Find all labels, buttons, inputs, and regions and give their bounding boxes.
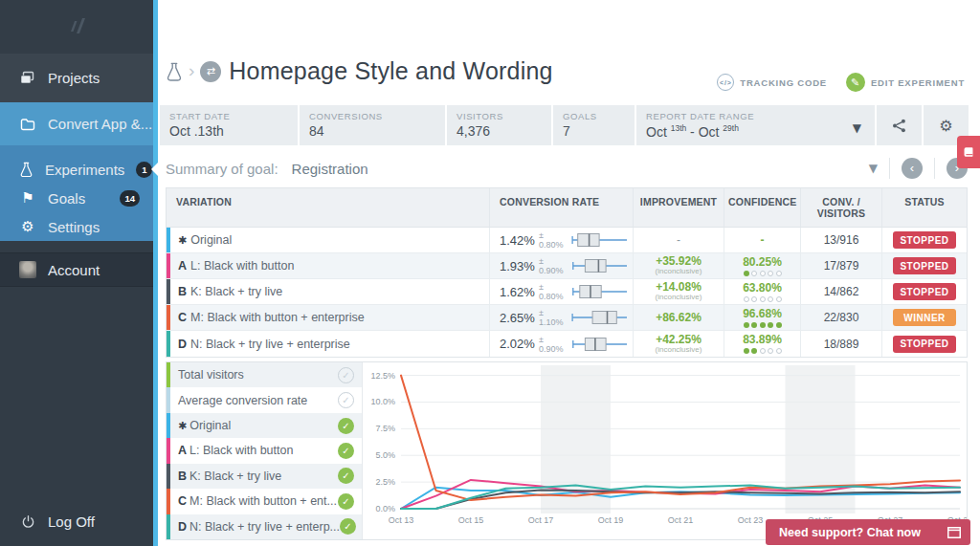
goal-dropdown-icon[interactable]: ▼ [869, 162, 878, 175]
sidebar-item-log-off[interactable]: Log Off [0, 504, 153, 538]
report-range-dropdown-icon[interactable]: ▼ [853, 121, 861, 135]
variation-cell[interactable]: ✱Original [167, 228, 489, 252]
tracking-code-label: TRACKING CODE [740, 77, 827, 88]
ab-variation-icon: ⇄ [200, 61, 221, 82]
stat-value: 4,376 [457, 123, 542, 139]
sidebar-item-goals[interactable]: ⚑ Goals 14 [0, 184, 153, 212]
column-header-variation: VARIATION [167, 188, 489, 227]
status-cell: STOPPED [881, 228, 967, 252]
convert-logo-icon [62, 14, 91, 39]
legend-item[interactable]: C M: Black with button + ent...✓ [167, 489, 362, 513]
confidence-dot [744, 322, 749, 328]
stat-value: Oct .13th [169, 123, 288, 139]
confidence-dot [760, 348, 766, 354]
summary-goal-value[interactable]: Registration [292, 161, 368, 177]
legend-checkbox[interactable]: ✓ [338, 493, 354, 510]
confidence-value: 63.80% [743, 282, 782, 295]
support-chat-label: Need support? Chat now [779, 526, 940, 539]
header-actions: </> TRACKING CODE ✎ EDIT EXPERIMENT [717, 73, 965, 92]
variation-cell[interactable]: CM: Black with button + enterprise [167, 305, 489, 330]
variation-letter: B [178, 285, 187, 298]
sidebar-item-settings[interactable]: ⚙ Settings [0, 212, 153, 241]
confidence-dot [751, 271, 757, 276]
stat-label: CONVERSIONS [309, 111, 435, 121]
sidebar-item-experiments[interactable]: Experiments 1 [0, 155, 153, 184]
confidence-cell: 96.68% [724, 305, 800, 330]
legend-label: K: Black + try live [189, 470, 281, 483]
variations-table: VARIATION CONVERSION RATE IMPROVEMENT CO… [166, 187, 968, 358]
confidence-dot [744, 348, 749, 354]
tracking-code-button[interactable]: </> TRACKING CODE [717, 74, 827, 91]
stat-visitors: VISITORS4,376 [447, 105, 551, 145]
variation-cell[interactable]: AL: Black with button [167, 253, 489, 278]
improvement-value: +42.25% [656, 334, 702, 346]
sidebar-subnav: Experiments 1 ⚑ Goals 14 ⚙ Settings [0, 145, 153, 241]
legend-checkbox[interactable]: ✓ [338, 392, 354, 408]
share-button[interactable] [877, 105, 922, 145]
sidebar-item-label: Log Off [48, 513, 95, 530]
chart-area: 0.0%2.5%5.0%7.5%10.0%12.5%Oct 13Oct 15Oc… [363, 362, 967, 539]
legend-item[interactable]: Total visitors✓ [167, 362, 362, 387]
help-docs-tab[interactable] [957, 136, 980, 168]
variation-cell[interactable]: DN: Black + try live + enterprise [167, 331, 489, 357]
experiments-count-badge: 1 [136, 162, 152, 178]
sidebar-item-projects[interactable]: Projects [0, 54, 153, 102]
confidence-dots [744, 296, 782, 302]
x-axis-tick-label: Oct 19 [598, 515, 624, 525]
folder-icon [19, 118, 36, 131]
power-icon [19, 514, 36, 529]
flag-icon: ⚑ [19, 189, 36, 207]
flask-icon [19, 162, 33, 177]
app-logo[interactable] [0, 0, 153, 54]
support-chat-banner[interactable]: Need support? Chat now [766, 519, 970, 545]
stat-report-date-range[interactable]: REPORT DATE RANGEOct 13th - Oct 29th▼ [636, 105, 875, 145]
conversion-range-boxplot [568, 231, 627, 249]
legend-color-bar [167, 464, 170, 489]
legend-label: Original [189, 419, 231, 432]
legend-checkbox[interactable]: ✓ [340, 518, 356, 535]
conversions-visitors-cell: 18/889 [800, 331, 881, 357]
confidence-value: 80.25% [743, 256, 782, 269]
sidebar-item-label: Projects [48, 70, 100, 86]
sidebar-accent-strip [153, 0, 158, 546]
legend-checkbox[interactable]: ✓ [338, 367, 354, 383]
legend-color-bar [167, 413, 170, 438]
legend-color-bar [167, 438, 170, 463]
conversion-range-boxplot [568, 336, 627, 353]
legend-item[interactable]: ✱ Original✓ [167, 413, 362, 438]
status-badge: STOPPED [893, 257, 956, 274]
x-axis-tick-label: Oct 17 [528, 515, 554, 525]
legend-letter: B [178, 470, 187, 483]
pencil-icon: ✎ [846, 73, 865, 92]
legend-item[interactable]: B K: Black + try live✓ [167, 464, 362, 489]
legend-item[interactable]: D N: Black + try live + enterp...✓ [167, 514, 362, 539]
edit-experiment-button[interactable]: ✎ EDIT EXPERIMENT [846, 73, 965, 92]
confidence-dot [760, 271, 766, 276]
original-marker-icon: ✱ [178, 234, 187, 247]
column-header-conversion-rate: CONVERSION RATE [489, 188, 633, 227]
sidebar-item-account[interactable]: Account [0, 252, 153, 287]
legend-label: N: Black + try live + enterp... [189, 520, 340, 534]
variation-letter: A [178, 259, 187, 273]
y-axis-tick-label: 0.0% [375, 504, 395, 513]
sidebar-item-convert-app[interactable]: Convert App &... [0, 102, 153, 145]
sidebar-item-label: Convert App &... [48, 116, 152, 132]
legend-item[interactable]: A L: Black with button✓ [167, 438, 362, 463]
y-axis-tick-label: 7.5% [375, 424, 395, 433]
status-cell: STOPPED [881, 279, 967, 304]
conversions-visitors-cell: 14/862 [800, 279, 881, 304]
legend-checkbox[interactable]: ✓ [338, 468, 354, 484]
legend-checkbox[interactable]: ✓ [338, 443, 354, 459]
table-row: CM: Black with button + enterprise2.65%±… [167, 305, 967, 331]
column-header-confidence: CONFIDENCE [724, 188, 800, 227]
improvement-value: - [677, 234, 680, 247]
confidence-dot [768, 348, 773, 354]
previous-goal-button[interactable]: ‹ [902, 158, 923, 179]
variation-cell[interactable]: BK: Black + try live [167, 279, 489, 304]
conversion-rate-cell: 1.42%± 0.80% [489, 228, 633, 252]
legend-item[interactable]: Average conversion rate✓ [167, 387, 362, 412]
improvement-cell: +14.08%(inconclusive) [633, 279, 724, 304]
chat-window-icon [947, 527, 961, 538]
legend-checkbox[interactable]: ✓ [338, 418, 354, 434]
sidebar-item-label: Experiments [45, 162, 124, 178]
